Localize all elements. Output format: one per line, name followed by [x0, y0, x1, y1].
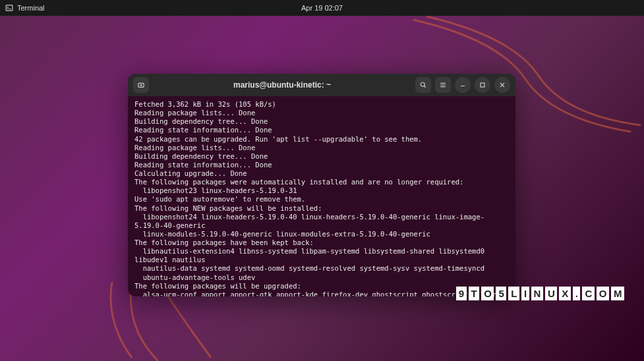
terminal-output[interactable]: Fetched 3,362 kB in 32s (105 kB/s)Readin… [128, 96, 515, 296]
terminal-line: Reading state information... Done [134, 126, 509, 134]
terminal-line: Building dependency tree... Done [134, 152, 509, 161]
topbar-clock[interactable]: Apr 19 02:07 [301, 4, 343, 12]
watermark-char: O [597, 287, 609, 300]
activities-app-indicator[interactable]: Terminal [5, 4, 45, 12]
terminal-line: Fetched 3,362 kB in 32s (105 kB/s) [134, 100, 509, 109]
search-button[interactable] [415, 77, 431, 93]
terminal-line: The following packages have been kept ba… [134, 238, 509, 247]
hamburger-menu-button[interactable] [435, 77, 451, 93]
terminal-line: 42 packages can be upgraded. Run 'apt li… [134, 135, 509, 144]
terminal-line: The following NEW packages will be insta… [134, 204, 509, 213]
watermark-char: T [469, 287, 480, 300]
watermark-char: O [481, 287, 494, 300]
window-title: marius@ubuntu-kinetic: ~ [153, 80, 411, 90]
watermark-char: X [559, 287, 571, 300]
watermark-9to5linux: 9TO5LINUX.COM [456, 287, 624, 300]
watermark-char: . [573, 287, 581, 300]
terminal-line: Calculating upgrade... Done [134, 169, 509, 178]
terminal-line: linux-modules-5.19.0-40-generic linux-mo… [134, 230, 509, 238]
svg-point-2 [421, 82, 424, 86]
terminal-line: alsa-ucm-conf apport apport-gtk apport-k… [134, 291, 509, 296]
window-titlebar[interactable]: marius@ubuntu-kinetic: ~ [128, 74, 515, 96]
terminal-line: The following packages will be upgraded: [134, 282, 509, 291]
terminal-line: The following packages were automaticall… [134, 178, 509, 186]
watermark-char: 5 [496, 287, 506, 300]
terminal-line: ubuntu-advantage-tools udev [134, 273, 509, 282]
topbar-app-name: Terminal [17, 4, 45, 12]
maximize-button[interactable] [475, 77, 490, 93]
terminal-line: libopenshot23 linux-headers-5.19.0-31 [134, 186, 509, 195]
terminal-icon [5, 4, 13, 12]
terminal-line: Use 'sudo apt autoremove' to remove them… [134, 195, 509, 204]
svg-rect-3 [481, 83, 484, 87]
terminal-line: Reading package lists... Done [134, 144, 509, 152]
watermark-char: L [508, 287, 519, 300]
watermark-char: 9 [456, 287, 467, 300]
terminal-line: libopenshot24 linux-headers-5.19.0-40 li… [134, 213, 509, 230]
terminal-line: libnautilus-extension4 libnss-systemd li… [134, 247, 509, 264]
watermark-char: C [582, 287, 594, 300]
terminal-line: Reading package lists... Done [134, 109, 509, 117]
watermark-char: N [531, 287, 543, 300]
terminal-window: marius@ubuntu-kinetic: ~ Fetched 3,362 k… [128, 74, 515, 296]
watermark-char: U [545, 287, 557, 300]
terminal-line: Building dependency tree... Done [134, 117, 509, 126]
gnome-topbar: Terminal Apr 19 02:07 [0, 0, 644, 16]
new-tab-button[interactable] [133, 77, 149, 93]
watermark-char: I [521, 287, 529, 300]
minimize-button[interactable] [455, 77, 471, 93]
svg-rect-0 [6, 5, 13, 11]
close-button[interactable] [494, 77, 510, 93]
terminal-line: nautilus-data systemd systemd-oomd syste… [134, 264, 509, 273]
watermark-char: M [611, 287, 624, 300]
terminal-line: Reading state information... Done [134, 161, 509, 169]
